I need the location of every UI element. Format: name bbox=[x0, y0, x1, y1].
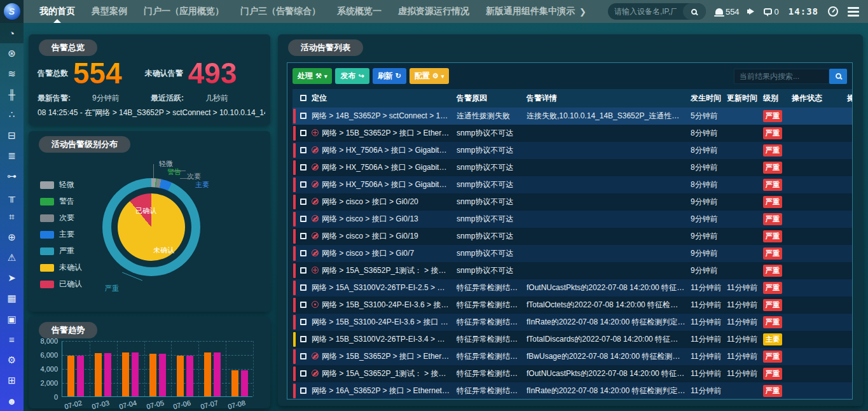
column-header-4[interactable]: 更新时间 bbox=[724, 89, 761, 108]
bar-group-07-06[interactable] bbox=[171, 356, 198, 396]
list-search-button[interactable] bbox=[829, 69, 847, 84]
toolbar-button-刷新[interactable]: 刷新↻ bbox=[373, 68, 406, 84]
column-header-3[interactable]: 发生时间 bbox=[688, 89, 724, 108]
alarm-row[interactable]: 网络 > 15A_S3652P_1测试： > 接口 > Eth...snmp协议… bbox=[293, 262, 853, 279]
notifications-bell[interactable]: 554 bbox=[715, 7, 740, 17]
cell-location[interactable]: 网络 > 15A_S3652P_1测试： > 接口 > Eth... bbox=[309, 365, 454, 382]
row-checkbox[interactable] bbox=[300, 233, 307, 239]
cell-location[interactable]: 网络 > 15B_S3100-24P-EI-3.6 > 接口 > Ethe... bbox=[309, 314, 454, 331]
alarm-row[interactable]: 网络 > HX_7506A > 接口 > GigabitEthern...snm… bbox=[293, 176, 853, 193]
row-checkbox[interactable] bbox=[300, 267, 307, 274]
row-checkbox[interactable] bbox=[300, 130, 307, 136]
row-checkbox[interactable] bbox=[300, 216, 307, 222]
messages[interactable]: 0 bbox=[764, 7, 779, 17]
row-checkbox[interactable] bbox=[300, 353, 307, 359]
column-header-1[interactable]: 告警原因 bbox=[454, 89, 524, 108]
sidebar-item-folder-star[interactable]: ⊞ bbox=[0, 370, 24, 391]
column-header-7[interactable]: 操 bbox=[844, 89, 853, 108]
sidebar-item-mesh[interactable]: ⌗ bbox=[0, 207, 24, 227]
alarm-row[interactable]: 网络 > 15B_S3652P > 接口 > Ethernet1/0...特征异… bbox=[293, 348, 853, 365]
cell-location[interactable]: 网络 > cisco > 接口 > Gi0/7 bbox=[309, 245, 454, 262]
cell-detail[interactable]: fOutNUcastPkts的2022-07-08 14:20:00 特征检测.… bbox=[524, 279, 688, 296]
nav-item-5[interactable]: 虚拟资源运行情况 bbox=[390, 0, 478, 23]
sidebar-item-calendar[interactable]: ▦ bbox=[0, 288, 24, 309]
cell-detail[interactable]: fTotalDiscards的2022-07-08 14:20:00 特征检测判… bbox=[524, 331, 688, 348]
sidebar-item-storage[interactable]: ≡ bbox=[0, 330, 24, 350]
row-checkbox[interactable] bbox=[300, 319, 307, 325]
cell-location[interactable]: 网络 > cisco > 接口 > Gi0/13 bbox=[309, 211, 454, 228]
bar-group-07-08[interactable] bbox=[226, 370, 253, 396]
sidebar-item-topology[interactable]: ⊛ bbox=[0, 43, 24, 64]
sidebar-item-settings[interactable]: ⚙ bbox=[0, 350, 24, 370]
dashboard-gauge-icon[interactable] bbox=[828, 6, 838, 17]
toolbar-button-配置[interactable]: 配置⚙▾ bbox=[410, 68, 449, 84]
sidebar-item-dashboard[interactable]: ◔ bbox=[0, 23, 24, 43]
cell-detail[interactable]: fOutNUcastPkts的2022-07-08 14:20:00 特征检测.… bbox=[524, 365, 688, 382]
nav-item-0[interactable]: 我的首页 bbox=[31, 0, 83, 23]
alarm-row[interactable]: 网络 > 15A_S3100V2-26TP-EI-2.5 > 接口 > ...特… bbox=[293, 279, 853, 296]
legend-item-2[interactable]: 次要 bbox=[40, 212, 82, 223]
row-checkbox[interactable] bbox=[300, 370, 307, 377]
cell-location[interactable]: 网络 > 16A_S3652P > 接口 > Ethernet3/0/14 bbox=[309, 382, 454, 400]
nav-item-2[interactable]: 门户一（应用概览） bbox=[135, 0, 232, 23]
sidebar-item-device-filter[interactable]: ⊟ bbox=[0, 125, 24, 146]
global-search-input[interactable] bbox=[608, 7, 683, 16]
cell-detail[interactable]: fInRate的2022-07-08 14:20:00 特征检测判定为严重... bbox=[524, 314, 688, 331]
row-checkbox[interactable] bbox=[300, 387, 307, 394]
cell-detail[interactable]: fTotalOctets的2022-07-08 14:20:00 特征检测判定.… bbox=[524, 296, 688, 314]
row-checkbox[interactable] bbox=[300, 181, 307, 188]
alarm-row[interactable]: 网络 > 15B_S3100-24P-EI-3.6 > 接口 > Et...特征… bbox=[293, 296, 853, 314]
cell-location[interactable]: 网络 > HX_7506A > 接口 > GigabitEthern... bbox=[309, 142, 454, 159]
alarm-row[interactable]: 网络 > HX_7506A > 接口 > GigabitEthern...snm… bbox=[293, 142, 853, 159]
toolbar-button-发布[interactable]: 发布↪ bbox=[335, 68, 369, 84]
cell-location[interactable]: 网络 > cisco > 接口 > Gi0/19 bbox=[309, 228, 454, 245]
row-checkbox[interactable] bbox=[300, 302, 307, 308]
row-checkbox[interactable] bbox=[300, 147, 307, 153]
bar-group-07-04[interactable] bbox=[117, 352, 144, 396]
cell-location[interactable]: 网络 > 15B_S3100-24P-EI-3.6 > 接口 > Et... bbox=[309, 296, 454, 314]
sidebar-item-report[interactable]: ▣ bbox=[0, 309, 24, 330]
sidebar-item-flow[interactable]: ⊶ bbox=[0, 166, 24, 186]
cell-location[interactable]: 网络 > cisco > 接口 > Gi0/20 bbox=[309, 193, 454, 211]
alarm-row[interactable]: 网络 > 15B_S3100-24P-EI-3.6 > 接口 > Ethe...… bbox=[293, 314, 853, 331]
alarm-row[interactable]: 网络 > 16A_S3652P > 接口 > Ethernet3/0/14特征异… bbox=[293, 382, 853, 400]
alarm-row[interactable]: 网络 > HX_7506A > 接口 > GigabitEthern...snm… bbox=[293, 159, 853, 176]
cell-location[interactable]: 网络 > 15B_S3652P > 接口 > Ethernet1/0... bbox=[309, 125, 454, 142]
row-checkbox[interactable] bbox=[300, 164, 307, 171]
cell-detail[interactable]: fBwUsage的2022-07-08 14:20:00 特征检测判定为... bbox=[524, 348, 688, 365]
cell-location[interactable]: 网络 > 15B_S3100V2-26TP-EI-3.4 > 接口 > ... bbox=[309, 331, 454, 348]
toolbar-button-处理[interactable]: 处理⚒▾ bbox=[293, 68, 332, 84]
cell-location[interactable]: 网络 > 15A_S3652P_1测试： > 接口 > Eth... bbox=[309, 262, 454, 279]
alarm-row[interactable]: 网络 > cisco > 接口 > Gi0/19snmp协议不可达9分钟前严重 bbox=[293, 228, 853, 245]
global-search-button[interactable] bbox=[683, 3, 706, 20]
sidebar-item-share[interactable]: ∴ bbox=[0, 104, 24, 125]
row-checkbox[interactable] bbox=[300, 284, 307, 291]
hamburger-menu-icon[interactable] bbox=[848, 7, 859, 17]
list-search-input[interactable] bbox=[734, 69, 829, 84]
column-header-2[interactable]: 告警详情 bbox=[524, 89, 688, 108]
legend-item-3[interactable]: 主要 bbox=[40, 229, 82, 240]
legend-item-5[interactable]: 未确认 bbox=[40, 262, 82, 273]
bar-group-07-05[interactable] bbox=[144, 354, 172, 396]
cell-location[interactable]: 网络 > 15A_S3100V2-26TP-EI-2.5 > 接口 > ... bbox=[309, 279, 454, 296]
nav-item-6[interactable]: 新版通用组件集中演示 bbox=[478, 0, 583, 23]
alarm-row[interactable]: 网络 > cisco > 接口 > Gi0/7snmp协议不可达9分钟前严重 bbox=[293, 245, 853, 262]
alarm-row[interactable]: 网络 > 15B_S3100V2-26TP-EI-3.4 > 接口 > ...特… bbox=[293, 331, 853, 348]
alarm-row[interactable]: 网络 > 14B_S3652P > sctConnect > 10.10.0..… bbox=[293, 108, 853, 125]
legend-item-6[interactable]: 已确认 bbox=[40, 279, 82, 289]
column-header-5[interactable]: 级别 bbox=[761, 89, 789, 108]
select-all-checkbox[interactable] bbox=[300, 95, 307, 101]
sidebar-item-performance-wave[interactable]: ≋ bbox=[0, 64, 24, 84]
legend-item-0[interactable]: 轻微 bbox=[40, 179, 82, 190]
column-header-6[interactable]: 操作状态 bbox=[789, 89, 844, 108]
ack-state-pie[interactable] bbox=[118, 193, 185, 261]
row-checkbox[interactable] bbox=[300, 336, 307, 342]
cell-location[interactable]: 网络 > 14B_S3652P > sctConnect > 10.10.0..… bbox=[309, 108, 454, 125]
row-checkbox[interactable] bbox=[300, 199, 307, 205]
sound-toggle[interactable] bbox=[749, 8, 754, 15]
alarm-row[interactable]: 网络 > 15B_S3652P > 接口 > Ethernet1/0...snm… bbox=[293, 125, 853, 142]
bar-group-07-07[interactable] bbox=[198, 352, 226, 396]
alarm-row[interactable]: 网络 > cisco > 接口 > Gi0/20snmp协议不可达9分钟前严重 bbox=[293, 193, 853, 211]
cell-location[interactable]: 网络 > 15B_S3652P > 接口 > Ethernet1/0... bbox=[309, 348, 454, 365]
row-checkbox[interactable] bbox=[300, 113, 307, 119]
